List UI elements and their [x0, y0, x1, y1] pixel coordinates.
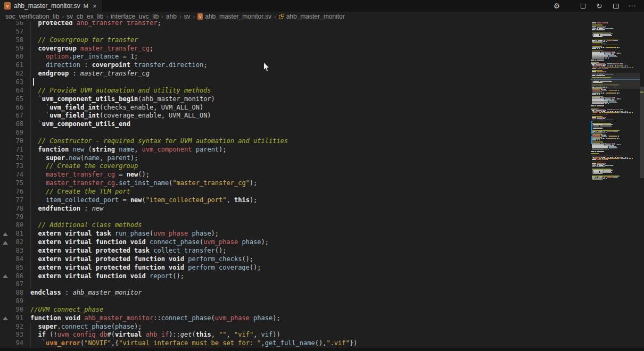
code-line-66[interactable]: 66`uvm_field_int(checks_enable, UVM_ALL_… — [0, 104, 585, 112]
code-line-68[interactable]: 68`uvm_component_utils_end — [0, 120, 585, 129]
breadcrumb-item-interface_uvc_lib[interactable]: interface_uvc_lib — [111, 13, 159, 20]
tab-ahb-master-monitor[interactable]: V ahb_master_monitor.sv M × — [0, 0, 103, 12]
line-number[interactable]: 68 — [0, 120, 23, 129]
code-line-86[interactable]: 86extern virtual function void report(); — [0, 272, 585, 281]
breadcrumb-item-sv_cb_ex_lib[interactable]: sv_cb_ex_lib — [67, 13, 103, 20]
code-line-57[interactable]: 57 — [0, 28, 585, 36]
line-number[interactable]: 75 — [0, 179, 23, 188]
line-number[interactable]: 77 — [0, 196, 23, 205]
line-number[interactable]: 67 — [0, 112, 23, 120]
code-line-80[interactable]: 80// Additional class methods — [0, 221, 585, 230]
code-line-59[interactable]: 59covergroup master_transfer_cg; — [0, 45, 585, 53]
line-number[interactable]: 60 — [0, 53, 23, 61]
line-number[interactable]: 92 — [0, 323, 23, 331]
line-number[interactable]: 87 — [0, 280, 23, 289]
code-line-78[interactable]: 78endfunction : new — [0, 205, 585, 213]
split-editor-icon[interactable] — [612, 2, 620, 10]
code-line-81[interactable]: 81extern virtual task run_phase(uvm_phas… — [0, 230, 585, 238]
code-line-94[interactable]: 94`uvm_error("NOVIF",{"virtual interface… — [0, 339, 585, 348]
code-line-90[interactable]: 90//UVM connect_phase — [0, 306, 585, 314]
line-number[interactable]: 84 — [0, 255, 23, 264]
breadcrumb-item-ahb[interactable]: ahb — [166, 13, 177, 20]
line-number[interactable]: 58 — [0, 36, 23, 45]
line-number[interactable]: 63 — [0, 78, 23, 87]
code-line-92[interactable]: 92super.connect_phase(phase); — [0, 323, 585, 331]
code-line-67[interactable]: 67`uvm_field_int(coverage_enable, UVM_AL… — [0, 112, 585, 120]
code-line-70[interactable]: 70// Constructor - required syntax for U… — [0, 137, 585, 146]
code-line-84[interactable]: 84extern virtual protected function void… — [0, 255, 585, 264]
sync-icon[interactable]: ↻ — [595, 2, 604, 10]
code-line-72[interactable]: 72super.new(name, parent); — [0, 154, 585, 163]
code-line-69[interactable]: 69 — [0, 129, 585, 137]
line-number[interactable]: 71 — [0, 146, 23, 154]
line-number[interactable]: 64 — [0, 87, 23, 95]
code-token: connect_phase — [150, 238, 200, 246]
line-number[interactable]: 69 — [0, 129, 23, 137]
line-number[interactable]: 86 — [0, 272, 23, 281]
code-line-77[interactable]: 77item_collected_port = new("item_collec… — [0, 196, 585, 205]
code-token: ahb_master_monitor — [84, 314, 153, 322]
code-line-64[interactable]: 64// Provide UVM automation and utility … — [0, 87, 585, 95]
line-number[interactable]: 83 — [0, 247, 23, 255]
code-line-89[interactable]: 89 — [0, 297, 585, 306]
line-number[interactable]: 91 — [0, 314, 23, 323]
code-line-83[interactable]: 83extern virtual protected task collect_… — [0, 247, 585, 255]
minimap-token — [602, 132, 605, 133]
line-number[interactable]: 70 — [0, 137, 23, 146]
line-number[interactable]: 74 — [0, 171, 23, 179]
line-number[interactable]: 89 — [0, 297, 23, 306]
line-number[interactable]: 79 — [0, 213, 23, 222]
code-line-82[interactable]: 82extern virtual function void connect_p… — [0, 238, 585, 247]
code-line-63[interactable]: 63 — [0, 78, 585, 87]
vertical-scrollbar[interactable] — [640, 21, 644, 351]
code-line-88[interactable]: 88endclass : ahb_master_monitor — [0, 289, 585, 297]
minimap-viewport[interactable] — [591, 73, 640, 89]
code-line-76[interactable]: 76// Create the TLM port — [0, 188, 585, 196]
code-line-58[interactable]: 58// Covergroup for transfer — [0, 36, 585, 45]
code-line-91[interactable]: 91function void ahb_master_monitor::conn… — [0, 314, 585, 323]
code-line-73[interactable]: 73// Create the covergroup — [0, 162, 585, 171]
code-line-60[interactable]: 60option.per_instance = 1; — [0, 53, 585, 61]
code-line-71[interactable]: 71function new (string name, uvm_compone… — [0, 146, 585, 154]
line-number[interactable]: 65 — [0, 95, 23, 104]
code-line-74[interactable]: 74master_transfer_cg = new(); — [0, 171, 585, 179]
line-number[interactable]: 76 — [0, 188, 23, 196]
breadcrumb-item-ahb_master_monitor.sv[interactable]: Vahb_master_monitor.sv — [197, 13, 271, 20]
code-line-75[interactable]: 75master_transfer_cg.set_inst_name("mast… — [0, 179, 585, 188]
breadcrumb-item-soc_verification_lib[interactable]: soc_verification_lib — [5, 13, 59, 20]
line-number[interactable]: 85 — [0, 264, 23, 272]
line-number[interactable]: 73 — [0, 162, 23, 171]
code-line-87[interactable]: 87 — [0, 280, 585, 289]
code-line-62[interactable]: 62endgroup : master_transfer_cg — [0, 70, 585, 78]
line-number[interactable]: 94 — [0, 339, 23, 348]
line-number[interactable]: 82 — [0, 238, 23, 247]
breadcrumb-item-ahb_master_monitor[interactable]: ahb_master_monitor — [279, 13, 345, 20]
line-number[interactable]: 57 — [0, 28, 23, 36]
line-number[interactable]: 62 — [0, 70, 23, 78]
code-line-65[interactable]: 65`uvm_component_utils_begin(ahb_master_… — [0, 95, 585, 104]
line-number[interactable]: 88 — [0, 289, 23, 297]
line-number[interactable]: 81 — [0, 230, 23, 238]
line-number[interactable]: 59 — [0, 45, 23, 53]
line-number[interactable]: 93 — [0, 331, 23, 339]
code-line-85[interactable]: 85extern virtual protected function void… — [0, 264, 585, 272]
code-line-79[interactable]: 79 — [0, 213, 585, 222]
scrollbar-thumb[interactable] — [640, 87, 644, 178]
code-line-61[interactable]: 61direction : coverpoint transfer.direct… — [0, 61, 585, 70]
code-line-93[interactable]: 93if (!uvm_config_db#(virtual ahb_if)::g… — [0, 331, 585, 339]
breadcrumb-item-sv[interactable]: sv — [184, 13, 191, 20]
more-actions-icon[interactable]: ··· — [628, 2, 637, 10]
indent-guide — [30, 272, 31, 281]
line-number[interactable]: 80 — [0, 221, 23, 230]
settings-gear-icon[interactable]: ⚙ — [552, 2, 561, 10]
line-number[interactable]: 61 — [0, 61, 23, 70]
minimap[interactable] — [591, 21, 640, 351]
line-number[interactable]: 56 — [0, 21, 23, 28]
code-line-56[interactable]: 56protected ahb_transfer transfer; — [0, 21, 585, 28]
line-number[interactable]: 90 — [0, 306, 23, 314]
tab-close-icon[interactable]: × — [93, 3, 97, 10]
line-number[interactable]: 78 — [0, 205, 23, 213]
line-number[interactable]: 66 — [0, 104, 23, 112]
line-number[interactable]: 72 — [0, 154, 23, 163]
layout-square-icon[interactable] — [579, 2, 587, 10]
